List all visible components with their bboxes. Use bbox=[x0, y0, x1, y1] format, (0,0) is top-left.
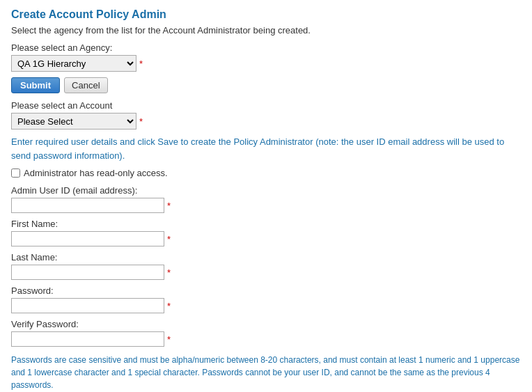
first-name-input-row: * bbox=[11, 231, 521, 246]
agency-row: QA 1G Hierarchy * bbox=[11, 55, 521, 72]
page-title: Create Account Policy Admin bbox=[11, 8, 521, 21]
first-name-block: First Name: * bbox=[11, 219, 521, 246]
agency-required-star: * bbox=[139, 58, 143, 69]
password-star: * bbox=[167, 301, 171, 311]
last-name-input[interactable] bbox=[11, 265, 164, 280]
last-name-label: Last Name: bbox=[11, 252, 521, 262]
first-name-input[interactable] bbox=[11, 231, 164, 246]
password-input[interactable] bbox=[11, 298, 164, 313]
admin-userid-input-row: * bbox=[11, 198, 521, 213]
verify-password-input-row: * bbox=[11, 331, 521, 347]
password-label: Password: bbox=[11, 285, 521, 296]
agency-label: Please select an Agency: bbox=[11, 42, 521, 53]
cancel-top-button[interactable]: Cancel bbox=[64, 77, 107, 93]
agency-select[interactable]: QA 1G Hierarchy bbox=[11, 55, 136, 72]
last-name-input-row: * bbox=[11, 265, 521, 280]
account-row: Please Select * bbox=[11, 113, 521, 130]
readonly-checkbox[interactable] bbox=[11, 168, 20, 178]
verify-password-input[interactable] bbox=[11, 331, 164, 347]
admin-userid-block: Admin User ID (email address): * bbox=[11, 185, 521, 213]
verify-password-star: * bbox=[167, 334, 171, 345]
account-label: Please select an Account bbox=[11, 100, 521, 111]
admin-userid-star: * bbox=[167, 201, 171, 211]
last-name-block: Last Name: * bbox=[11, 252, 521, 280]
verify-password-block: Verify Password: * bbox=[11, 319, 521, 347]
first-name-star: * bbox=[167, 234, 171, 244]
info-text: Enter required user details and click Sa… bbox=[11, 135, 521, 162]
top-button-row: Submit Cancel bbox=[11, 77, 521, 93]
verify-password-label: Verify Password: bbox=[11, 319, 521, 329]
password-block: Password: * bbox=[11, 285, 521, 313]
page-subtitle: Select the agency from the list for the … bbox=[11, 25, 521, 36]
account-select[interactable]: Please Select bbox=[11, 113, 136, 130]
password-note: Passwords are case sensitive and must be… bbox=[11, 354, 521, 391]
password-input-row: * bbox=[11, 298, 521, 313]
account-required-star: * bbox=[139, 116, 143, 127]
admin-userid-input[interactable] bbox=[11, 198, 164, 213]
readonly-label: Administrator has read-only access. bbox=[24, 168, 168, 178]
submit-button[interactable]: Submit bbox=[11, 77, 60, 93]
last-name-star: * bbox=[167, 267, 171, 278]
readonly-checkbox-row: Administrator has read-only access. bbox=[11, 168, 521, 178]
admin-userid-label: Admin User ID (email address): bbox=[11, 185, 521, 196]
first-name-label: First Name: bbox=[11, 219, 521, 229]
